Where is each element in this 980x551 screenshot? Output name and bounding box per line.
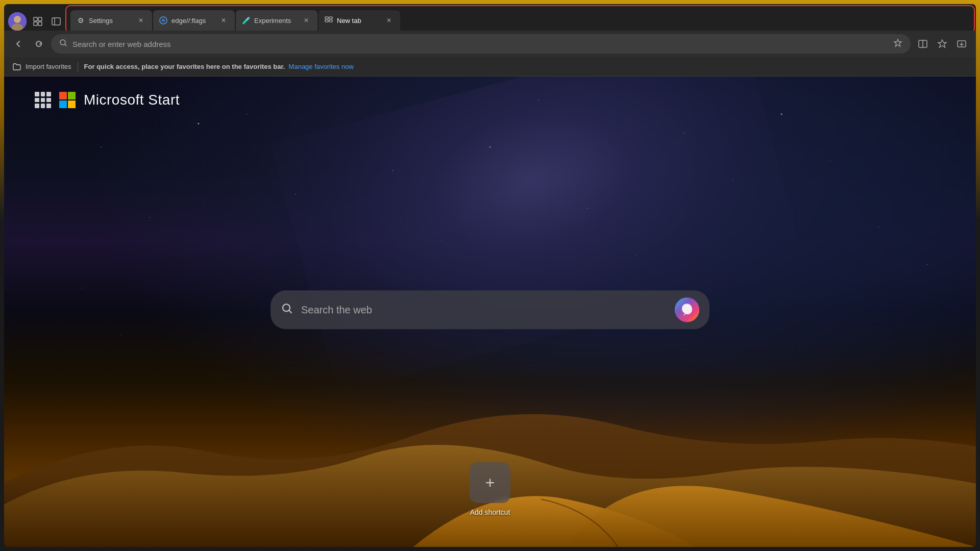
add-shortcut-plus-icon: + bbox=[485, 473, 495, 492]
add-shortcut-label: Add shortcut bbox=[470, 508, 510, 516]
newtab-tab-icon bbox=[325, 16, 333, 24]
tab-bar-controls bbox=[8, 12, 63, 31]
tab-flags-close[interactable]: ✕ bbox=[218, 15, 229, 26]
browser-outer-frame: ⚙ Settings ✕ edge//:flags ✕ bbox=[0, 0, 980, 551]
svg-rect-4 bbox=[38, 17, 42, 21]
main-search-container: Search the web bbox=[271, 290, 709, 329]
shortcuts-row: + Add shortcut bbox=[470, 462, 510, 516]
svg-point-1 bbox=[14, 16, 21, 23]
settings-tab-icon: ⚙ bbox=[77, 16, 85, 24]
tab-newtab-close[interactable]: ✕ bbox=[384, 15, 394, 26]
microsoft-logo bbox=[59, 92, 76, 108]
svg-rect-3 bbox=[34, 17, 37, 21]
favorites-bar: Import favorites For quick access, place… bbox=[4, 57, 976, 77]
tab-experiments-label: Experiments bbox=[254, 17, 297, 24]
svg-rect-12 bbox=[329, 17, 332, 19]
refresh-button[interactable] bbox=[31, 36, 47, 52]
svg-point-10 bbox=[162, 19, 165, 22]
main-search-bar[interactable]: Search the web bbox=[271, 290, 709, 329]
address-bar[interactable]: Search or enter web address bbox=[51, 34, 911, 54]
ms-logo-yellow bbox=[68, 101, 76, 108]
tab-newtab[interactable]: New tab ✕ bbox=[318, 10, 400, 31]
svg-rect-14 bbox=[329, 20, 332, 22]
tab-flags[interactable]: edge//:flags ✕ bbox=[153, 10, 235, 31]
svg-rect-13 bbox=[325, 20, 328, 22]
tab-bar: ⚙ Settings ✕ edge//:flags ✕ bbox=[4, 4, 976, 31]
svg-line-16 bbox=[65, 44, 66, 46]
manage-favorites-link[interactable]: Manage favorites now bbox=[289, 63, 354, 70]
ms-start-label: Microsoft Start bbox=[84, 92, 180, 108]
import-favorites-button[interactable]: Import favorites bbox=[12, 62, 71, 71]
ms-logo-blue bbox=[59, 101, 67, 108]
flags-tab-icon bbox=[159, 16, 167, 24]
browser-window: ⚙ Settings ✕ edge//:flags ✕ bbox=[4, 4, 976, 547]
back-button[interactable] bbox=[10, 36, 27, 52]
address-search-icon bbox=[59, 39, 67, 49]
tab-experiments-close[interactable]: ✕ bbox=[301, 15, 311, 26]
add-tab-button[interactable] bbox=[953, 36, 970, 52]
add-shortcut-icon-box: + bbox=[470, 462, 510, 503]
tab-settings-label: Settings bbox=[89, 17, 132, 24]
profile-avatar[interactable] bbox=[8, 12, 27, 31]
svg-rect-7 bbox=[52, 18, 60, 25]
tabs-view-button[interactable] bbox=[31, 14, 45, 29]
toolbar: Search or enter web address bbox=[4, 31, 976, 57]
address-bar-favorite-icon[interactable] bbox=[893, 38, 902, 50]
ms-start-branding: Microsoft Start bbox=[35, 92, 180, 108]
toolbar-right-buttons bbox=[915, 36, 970, 52]
split-screen-button[interactable] bbox=[915, 36, 931, 52]
favorites-bar-message-bold: For quick access, place your favorites h… bbox=[84, 63, 285, 70]
import-favorites-label: Import favorites bbox=[26, 63, 71, 70]
sidebar-toggle-button[interactable] bbox=[49, 14, 63, 29]
svg-rect-5 bbox=[34, 22, 37, 26]
main-content: Microsoft Start Search the web bbox=[4, 77, 976, 547]
tab-settings-close[interactable]: ✕ bbox=[136, 15, 146, 26]
ms-logo-green bbox=[68, 92, 76, 99]
experiments-tab-icon: 🧪 bbox=[242, 16, 250, 24]
ms-grid-icon bbox=[35, 92, 51, 108]
add-shortcut-tile[interactable]: + Add shortcut bbox=[470, 462, 510, 516]
tab-flags-label: edge//:flags bbox=[172, 17, 214, 24]
svg-rect-11 bbox=[325, 17, 328, 19]
tab-settings[interactable]: ⚙ Settings ✕ bbox=[70, 10, 152, 31]
horizon-haze bbox=[4, 365, 976, 406]
ms-logo-red bbox=[59, 92, 67, 99]
tab-newtab-label: New tab bbox=[337, 17, 380, 24]
tab-experiments[interactable]: 🧪 Experiments ✕ bbox=[236, 10, 317, 31]
copilot-button[interactable] bbox=[675, 297, 699, 322]
svg-line-23 bbox=[289, 310, 291, 313]
tabs-container: ⚙ Settings ✕ edge//:flags ✕ bbox=[68, 8, 972, 31]
main-search-icon bbox=[281, 302, 293, 317]
address-bar-placeholder: Search or enter web address bbox=[72, 40, 888, 48]
favorites-button[interactable] bbox=[934, 36, 950, 52]
svg-rect-6 bbox=[38, 22, 42, 26]
favorites-bar-divider bbox=[78, 62, 78, 72]
favorites-bar-message: For quick access, place your favorites h… bbox=[84, 63, 968, 70]
main-search-placeholder: Search the web bbox=[301, 304, 667, 316]
